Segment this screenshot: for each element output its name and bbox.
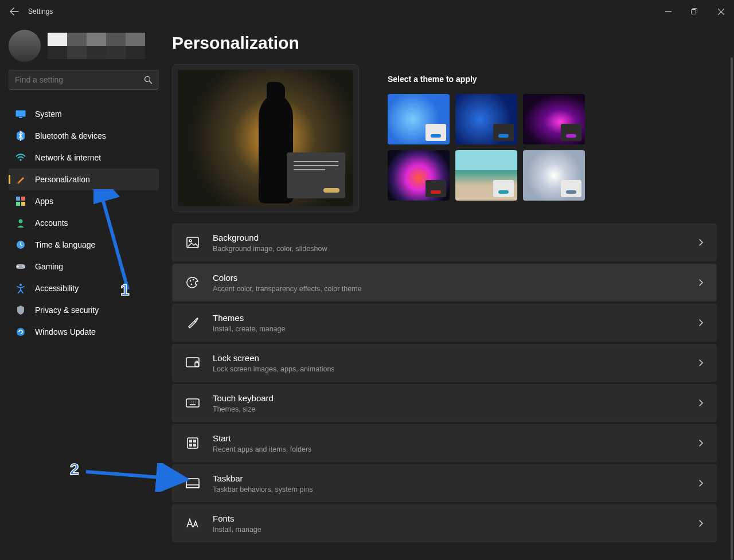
maximize-button[interactable] (681, 0, 708, 23)
sidebar-item-privacy-security[interactable]: Privacy & security (9, 299, 159, 321)
update-icon (15, 327, 26, 337)
theme-chip (493, 124, 514, 141)
card-subtitle: Recent apps and items, folders (213, 445, 698, 453)
svg-point-17 (19, 284, 22, 286)
sidebar-item-label: System (35, 109, 62, 119)
titlebar: Settings (0, 0, 734, 23)
svg-rect-9 (21, 197, 25, 201)
svg-rect-7 (17, 182, 18, 184)
card-title: Start (213, 433, 698, 444)
sidebar-item-label: Gaming (35, 262, 63, 271)
card-title: Lock screen (213, 353, 698, 364)
search-box[interactable] (9, 70, 159, 89)
svg-point-18 (17, 328, 25, 336)
svg-point-6 (19, 159, 22, 161)
svg-rect-10 (16, 202, 20, 206)
sidebar-item-apps[interactable]: Apps (9, 190, 159, 212)
palette-icon (185, 275, 200, 290)
settings-card-list: Background Background image, color, slid… (172, 224, 717, 542)
chevron-right-icon (698, 399, 704, 407)
card-subtitle: Background image, color, slideshow (213, 245, 698, 253)
setting-card-fonts[interactable]: Fonts Install, manage (172, 504, 717, 542)
sidebar-item-accounts[interactable]: Accounts (9, 212, 159, 234)
lock-screen-icon (185, 355, 200, 370)
svg-rect-27 (188, 438, 198, 448)
setting-card-touch-keyboard[interactable]: Touch keyboard Themes, size (172, 384, 717, 422)
theme-thumbnail-6[interactable] (523, 150, 585, 201)
svg-point-12 (19, 220, 23, 224)
setting-card-start[interactable]: Start Recent apps and items, folders (172, 424, 717, 462)
card-subtitle: Accent color, transparency effects, colo… (213, 285, 698, 293)
sidebar-item-accessibility[interactable]: Accessibility (9, 277, 159, 299)
time-icon (15, 240, 26, 250)
theme-thumbnail-3[interactable] (523, 94, 585, 144)
svg-rect-29 (193, 440, 196, 442)
desktop-preview (172, 64, 359, 212)
svg-rect-11 (21, 202, 25, 206)
fonts-icon (185, 516, 200, 531)
scrollbar[interactable] (731, 57, 733, 560)
sidebar-item-windows-update[interactable]: Windows Update (9, 321, 159, 343)
sidebar-item-time-language[interactable]: Time & language (9, 234, 159, 256)
chevron-right-icon (698, 238, 704, 246)
svg-rect-8 (16, 197, 20, 201)
sidebar-item-personalization[interactable]: Personalization (9, 169, 159, 190)
svg-rect-25 (195, 363, 198, 366)
minimize-button[interactable] (655, 0, 681, 23)
svg-point-16 (24, 267, 25, 268)
chevron-right-icon (698, 519, 704, 527)
setting-card-taskbar[interactable]: Taskbar Taskbar behaviors, system pins (172, 464, 717, 502)
app-title: Settings (28, 7, 53, 15)
apps-icon (15, 196, 26, 206)
sidebar-item-gaming[interactable]: Gaming (9, 256, 159, 277)
search-input[interactable] (15, 75, 130, 84)
svg-rect-28 (189, 440, 192, 442)
search-icon (144, 76, 153, 84)
image-icon (185, 235, 200, 250)
chevron-right-icon (698, 279, 704, 287)
card-title: Fonts (213, 513, 698, 524)
close-button[interactable] (708, 0, 734, 23)
card-subtitle: Install, create, manage (213, 325, 698, 333)
themes-header: Select a theme to apply (388, 75, 717, 84)
theme-thumbnail-1[interactable] (388, 94, 450, 144)
sidebar-item-label: Windows Update (35, 327, 96, 336)
avatar (9, 30, 41, 62)
gaming-icon (15, 261, 26, 272)
theme-thumbnail-4[interactable] (388, 150, 450, 201)
chevron-right-icon (698, 359, 704, 367)
setting-card-background[interactable]: Background Background image, color, slid… (172, 224, 717, 261)
sidebar-item-label: Bluetooth & devices (35, 131, 106, 140)
svg-rect-33 (186, 485, 199, 488)
chevron-right-icon (698, 319, 704, 327)
privacy-icon (15, 305, 26, 315)
sidebar-item-label: Network & internet (35, 153, 101, 162)
sidebar-item-system[interactable]: System (9, 103, 159, 125)
profile-section[interactable] (9, 29, 163, 63)
theme-chip (425, 124, 446, 141)
svg-point-22 (191, 284, 193, 285)
card-title: Colors (213, 272, 698, 284)
sidebar-item-label: Accessibility (35, 284, 79, 293)
sidebar-item-bluetooth-devices[interactable]: Bluetooth & devices (9, 125, 159, 147)
theme-thumbnail-2[interactable] (455, 94, 517, 144)
theme-grid (388, 94, 717, 201)
svg-rect-31 (193, 444, 196, 447)
sidebar-item-label: Apps (35, 197, 53, 206)
preview-sample-window (287, 152, 345, 198)
theme-chip (425, 180, 446, 197)
setting-card-themes[interactable]: Themes Install, create, manage (172, 304, 717, 342)
content-area: Personalization Select a theme to apply … (172, 23, 734, 560)
sidebar-item-label: Personalization (35, 175, 90, 184)
svg-rect-24 (186, 358, 199, 367)
back-button[interactable] (9, 6, 20, 17)
theme-thumbnail-5[interactable] (455, 150, 517, 201)
svg-point-21 (190, 280, 192, 282)
sidebar-item-label: Time & language (35, 240, 95, 249)
card-title: Taskbar (213, 473, 698, 484)
card-subtitle: Lock screen images, apps, animations (213, 365, 698, 373)
setting-card-lock-screen[interactable]: Lock screen Lock screen images, apps, an… (172, 344, 717, 382)
svg-point-20 (189, 240, 192, 242)
setting-card-colors[interactable]: Colors Accent color, transparency effect… (172, 264, 717, 301)
sidebar-item-network-internet[interactable]: Network & internet (9, 147, 159, 169)
